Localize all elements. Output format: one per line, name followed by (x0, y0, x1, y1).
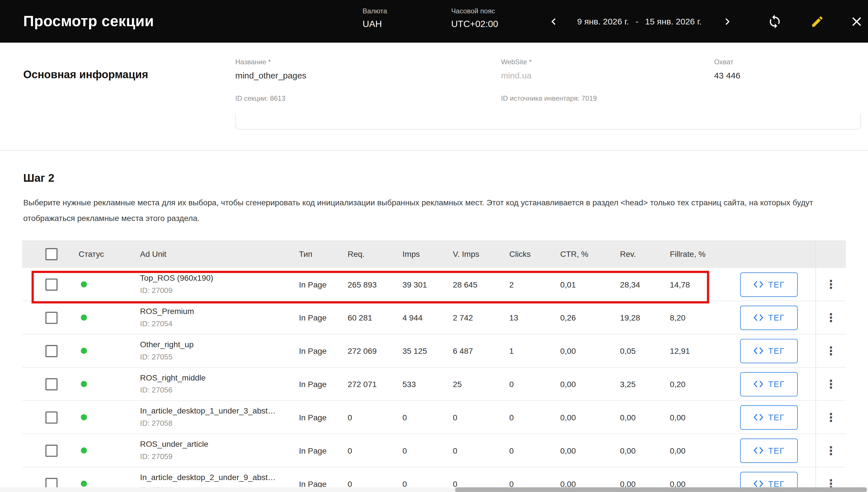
section-id: ID секции: 8613 (235, 95, 306, 102)
currency-value: UAH (362, 19, 387, 29)
kebab-menu-icon[interactable]: ⋮ (825, 378, 837, 390)
row-checkbox[interactable] (46, 378, 58, 390)
rev-value: 28,34 (620, 280, 670, 289)
basic-info-section: Основная информация Название * mind_othe… (0, 43, 868, 150)
ctr-value: 0,00 (560, 479, 620, 488)
req-value: 60 281 (348, 313, 403, 322)
website-field: WebSite * mind.ua ID источника инвентаря… (501, 58, 597, 102)
adunit-type: In Page (299, 346, 348, 355)
select-all-checkbox[interactable] (46, 248, 58, 260)
vimps-value: 25 (453, 380, 509, 389)
currency-label: Валюта (362, 7, 387, 15)
row-checkbox[interactable] (46, 444, 58, 457)
edit-button[interactable] (808, 12, 826, 30)
code-icon (753, 380, 763, 388)
row-checkbox[interactable] (46, 312, 58, 324)
col-menu (815, 240, 846, 268)
kebab-menu-icon[interactable]: ⋮ (825, 312, 837, 323)
ctr-value: 0,00 (560, 380, 620, 389)
status-dot (81, 315, 87, 321)
vimps-value: 0 (453, 413, 509, 422)
tag-button[interactable]: ТЕГ (740, 372, 797, 396)
tag-button-label: ТЕГ (768, 446, 785, 455)
table-header: Статус Ad Unit Тип Req. Imps V. Imps Cli… (22, 240, 846, 268)
kebab-menu-icon[interactable]: ⋮ (825, 445, 837, 457)
code-icon (753, 314, 763, 321)
refresh-button[interactable] (765, 12, 785, 31)
imps-value: 0 (403, 413, 453, 422)
vimps-value: 2 742 (453, 313, 509, 322)
adunit-type: In Page (299, 313, 348, 322)
adunit-id: ID: 27059 (140, 451, 299, 462)
imps-value: 0 (403, 446, 453, 455)
fillrate-value: 12,91 (670, 346, 740, 355)
code-icon (753, 347, 763, 354)
tag-button[interactable]: ТЕГ (740, 272, 797, 297)
imps-value: 39 301 (403, 280, 453, 289)
table-body: Top_ROS (960x190) ID: 27009 In Page 265 … (22, 268, 846, 492)
clicks-value: 0 (509, 380, 560, 389)
rev-value: 0,05 (620, 346, 670, 355)
timezone-label: Часовой пояс (451, 7, 498, 15)
row-checkbox[interactable] (46, 411, 58, 423)
code-icon (753, 447, 763, 454)
timezone-field: Часовой пояс UTC+02:00 (451, 7, 498, 29)
vimps-value: 0 (453, 479, 509, 488)
fillrate-value: 8,20 (670, 313, 740, 322)
ctr-value: 0,00 (560, 446, 620, 455)
kebab-menu-icon[interactable]: ⋮ (825, 412, 837, 423)
tag-button[interactable]: ТЕГ (740, 438, 797, 463)
tag-button-label: ТЕГ (768, 279, 785, 289)
name-label: Название * (235, 58, 306, 66)
name-value[interactable]: mind_other_pages (235, 71, 306, 81)
date-from: 9 янв. 2026 г. (577, 16, 629, 26)
fillrate-value: 0,00 (670, 479, 740, 488)
info-panel-border (235, 114, 861, 129)
timezone-value: UTC+02:00 (451, 19, 498, 29)
reach-label: Охват (714, 58, 740, 66)
fillrate-value: 14,78 (670, 280, 740, 289)
step-2-section: Шаг 2 Выберите нужные рекламные места дл… (0, 150, 868, 492)
req-value: 265 893 (348, 280, 403, 289)
ctr-value: 0,01 (560, 280, 620, 289)
adunit-id: ID: 27058 (140, 418, 299, 429)
rev-value: 0,00 (620, 479, 670, 488)
close-button[interactable] (847, 12, 866, 31)
vimps-value: 0 (453, 446, 509, 455)
date-prev-button[interactable] (545, 13, 562, 30)
website-value[interactable]: mind.ua (501, 71, 597, 81)
adunit-name: Other_right_up (140, 339, 299, 351)
table-row: ROS_right_middle ID: 27056 In Page 272 0… (22, 368, 846, 401)
inventory-source-id: ID источника инвентаря: 7019 (501, 95, 597, 102)
scrollbar-thumb[interactable] (455, 487, 867, 492)
col-fillrate: Fillrate, % (670, 250, 740, 259)
pencil-icon (811, 15, 824, 28)
adunit-name: In_article_desktop_1_under_3_abst… (140, 405, 299, 417)
section-name-field: Название * mind_other_pages ID секции: 8… (235, 58, 306, 102)
row-checkbox[interactable] (46, 278, 58, 291)
rev-value: 0,00 (620, 446, 670, 455)
step-description: Выберите нужные рекламные места для их в… (23, 195, 829, 226)
date-next-button[interactable] (718, 13, 736, 30)
row-checkbox[interactable] (46, 345, 58, 357)
tag-button[interactable]: ТЕГ (740, 339, 797, 363)
adunit-name: In_article_desktop_2_under_9_abst… (140, 472, 299, 484)
req-value: 0 (348, 413, 403, 422)
tag-button[interactable]: ТЕГ (740, 405, 797, 429)
step-title: Шаг 2 (23, 172, 868, 184)
adunit-id: ID: 27055 (140, 352, 299, 363)
tag-button[interactable]: ТЕГ (740, 305, 797, 330)
tag-button-label: ТЕГ (768, 313, 785, 322)
col-rev: Rev. (620, 250, 670, 259)
kebab-menu-icon[interactable]: ⋮ (825, 345, 837, 356)
col-req: Req. (348, 250, 403, 259)
kebab-menu-icon[interactable]: ⋮ (825, 279, 837, 290)
table-row: Other_right_up ID: 27055 In Page 272 069… (22, 335, 846, 368)
req-value: 272 069 (348, 346, 403, 355)
date-range[interactable]: 9 янв. 2026 г. - 15 янв. 2026 г. (566, 0, 713, 43)
col-status: Статус (78, 250, 140, 259)
col-clicks: Clicks (509, 250, 560, 259)
adunit-id: ID: 27056 (140, 385, 299, 396)
reach-value: 43 446 (714, 71, 740, 81)
horizontal-scrollbar[interactable] (0, 487, 868, 492)
